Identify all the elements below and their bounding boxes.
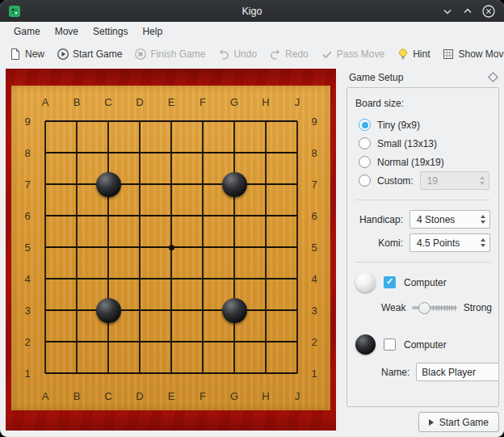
hint-icon: [397, 48, 410, 61]
slider-handle[interactable]: [418, 302, 430, 314]
coord-right-6: 6: [311, 210, 317, 222]
toolbar-label: Hint: [413, 48, 430, 60]
menu-move[interactable]: Move: [48, 23, 86, 40]
coord-top-C: C: [104, 96, 111, 108]
black-name-row: Name:: [381, 363, 492, 381]
toolbar-label: Finish Game: [150, 48, 205, 60]
toolbar: NewStart GameFinish GameUndoRedoPass Mov…: [0, 40, 504, 67]
komi-spinbox[interactable]: 4.5 Points: [410, 233, 490, 252]
stone-black-C7[interactable]: [96, 172, 121, 197]
black-computer-checkbox[interactable]: [384, 338, 396, 351]
coord-left-6: 6: [24, 210, 30, 222]
start-game-row: Start Game: [346, 412, 499, 432]
coord-left-9: 9: [24, 116, 30, 128]
undo-icon: [217, 48, 230, 61]
numbers-icon: [442, 48, 455, 61]
menu-help[interactable]: Help: [135, 23, 170, 40]
komi-row: Komi: 4.5 Points: [355, 233, 490, 252]
coord-bottom-G: G: [230, 390, 238, 402]
coord-left-4: 4: [24, 273, 30, 285]
redo-icon: [269, 48, 282, 61]
toolbar-show-move-numbers[interactable]: Show Move Numbers: [439, 46, 504, 62]
start-game-button[interactable]: Start Game: [418, 412, 499, 432]
board-size-options: Tiny (9x9)Small (13x13)Normal (19x19)Cus…: [354, 116, 492, 190]
tick-mark: [439, 305, 439, 311]
toolbar-pass-move: Pass Move: [318, 46, 387, 62]
handicap-value: 4 Stones: [417, 214, 455, 225]
spin-arrows-icon[interactable]: [481, 211, 485, 228]
toolbar-start-game[interactable]: Start Game: [54, 46, 124, 62]
coord-left-8: 8: [24, 147, 30, 159]
coord-top-E: E: [168, 96, 175, 108]
coord-top-B: B: [74, 96, 81, 108]
separator: [355, 200, 490, 200]
play-icon: [429, 419, 434, 426]
titlebar-buttons: [441, 4, 496, 19]
stone-black-G7[interactable]: [222, 172, 247, 197]
panel-detach-icon[interactable]: [488, 72, 498, 82]
coord-bottom-C: C: [104, 390, 111, 402]
minimize-button[interactable]: [441, 5, 454, 18]
go-board[interactable]: AABBCCDDEEFFGGHHJJ998877665544332211: [11, 86, 330, 410]
radio-small-13x13[interactable]: [359, 137, 371, 149]
strength-slider-row: Weak Strong: [381, 300, 492, 315]
komi-value: 4.5 Points: [417, 237, 460, 249]
toolbar-undo: Undo: [215, 46, 259, 62]
radio-row-normal-19x19: Normal (19x19): [359, 153, 492, 171]
radio-label: Custom:: [377, 175, 414, 187]
black-name-input[interactable]: [416, 363, 499, 381]
coord-bottom-F: F: [200, 390, 206, 402]
menu-settings[interactable]: Settings: [86, 23, 135, 40]
coord-bottom-D: D: [136, 390, 143, 402]
tick-mark: [436, 305, 437, 311]
handicap-spinbox[interactable]: 4 Stones: [410, 210, 490, 229]
close-button[interactable]: [481, 4, 496, 19]
radio-label: Normal (19x19): [377, 157, 444, 168]
tick-mark: [447, 305, 447, 311]
start-game-label: Start Game: [439, 417, 489, 428]
toolbar-label: New: [25, 48, 44, 60]
white-computer-checkbox[interactable]: [384, 276, 396, 288]
toolbar-hint[interactable]: Hint: [394, 46, 432, 62]
coord-right-4: 4: [311, 273, 317, 285]
radio-row-small-13x13: Small (13x13): [359, 134, 492, 153]
komi-label: Komi:: [378, 237, 403, 249]
tick-mark: [433, 305, 434, 311]
coord-top-J: J: [295, 96, 300, 108]
black-name-label: Name:: [381, 367, 410, 378]
coord-top-A: A: [42, 96, 49, 108]
strength-slider[interactable]: [412, 300, 456, 315]
toolbar-finish-game: Finish Game: [132, 46, 208, 62]
coord-right-5: 5: [311, 242, 317, 254]
radio-tiny-9x9[interactable]: [359, 119, 371, 131]
white-stone-icon: [355, 272, 376, 292]
radio-normal-19x19[interactable]: [359, 156, 371, 168]
coord-left-2: 2: [24, 336, 30, 348]
stone-black-G3[interactable]: [222, 298, 247, 323]
coord-left-7: 7: [24, 179, 30, 191]
stone-black-C3[interactable]: [96, 298, 121, 323]
radio-label: Tiny (9x9): [377, 120, 420, 131]
panel-header: Game Setup: [346, 67, 499, 87]
menu-game[interactable]: Game: [6, 23, 48, 40]
coord-right-7: 7: [311, 179, 317, 191]
spin-arrows-icon[interactable]: [481, 234, 485, 251]
start-icon: [57, 48, 69, 61]
hoshi-E5: [169, 245, 174, 250]
coord-right-9: 9: [311, 116, 317, 128]
toolbar-new[interactable]: New: [6, 46, 47, 62]
coord-top-D: D: [136, 96, 143, 108]
black-player-row: Computer: [355, 334, 492, 355]
kigo-app-icon: [8, 5, 21, 18]
coord-right-1: 1: [311, 368, 317, 380]
radio-custom[interactable]: [359, 174, 371, 187]
tick-mark: [444, 305, 445, 311]
maximize-button[interactable]: [461, 5, 474, 18]
slider-ticks: [433, 305, 455, 311]
toolbar-redo: Redo: [267, 46, 311, 62]
titlebar: Kigo: [0, 0, 504, 22]
finish-icon: [134, 48, 147, 61]
custom-size-spinbox: 19: [420, 171, 489, 190]
toolbar-label: Show Move Numbers: [458, 48, 504, 60]
coord-right-3: 3: [311, 305, 317, 317]
